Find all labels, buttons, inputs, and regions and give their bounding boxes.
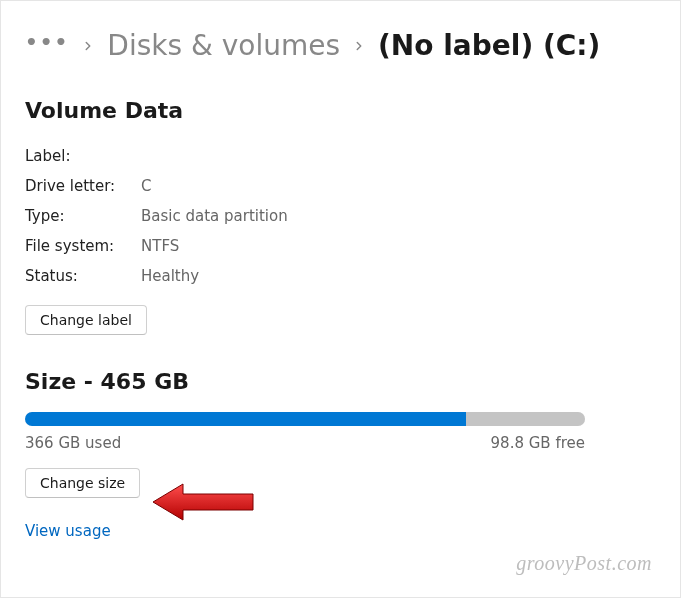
- breadcrumb-more-icon[interactable]: •••: [25, 32, 69, 60]
- storage-free-segment: [466, 412, 585, 426]
- view-usage-link[interactable]: View usage: [25, 522, 111, 540]
- volume-data-heading: Volume Data: [25, 98, 656, 123]
- drive-letter-key: Drive letter:: [25, 177, 141, 195]
- row-label: Label:: [25, 141, 656, 171]
- row-type: Type: Basic data partition: [25, 201, 656, 231]
- storage-used-segment: [25, 412, 466, 426]
- status-key: Status:: [25, 267, 141, 285]
- change-label-button[interactable]: Change label: [25, 305, 147, 335]
- storage-progress-bar: [25, 412, 585, 426]
- chevron-right-icon: [352, 39, 366, 53]
- storage-labels: 366 GB used 98.8 GB free: [25, 434, 585, 452]
- chevron-right-icon: [81, 39, 95, 53]
- row-drive-letter: Drive letter: C: [25, 171, 656, 201]
- watermark: groovyPost.com: [516, 552, 652, 575]
- status-value: Healthy: [141, 267, 199, 285]
- file-system-value: NTFS: [141, 237, 179, 255]
- breadcrumb-link-disks-volumes[interactable]: Disks & volumes: [107, 29, 340, 62]
- storage-used-label: 366 GB used: [25, 434, 121, 452]
- drive-letter-value: C: [141, 177, 151, 195]
- size-heading: Size - 465 GB: [25, 369, 656, 394]
- type-value: Basic data partition: [141, 207, 288, 225]
- change-size-button[interactable]: Change size: [25, 468, 140, 498]
- row-file-system: File system: NTFS: [25, 231, 656, 261]
- storage-free-label: 98.8 GB free: [491, 434, 585, 452]
- file-system-key: File system:: [25, 237, 141, 255]
- breadcrumb-current: (No label) (C:): [378, 29, 600, 62]
- type-key: Type:: [25, 207, 141, 225]
- label-key: Label:: [25, 147, 141, 165]
- volume-data-table: Label: Drive letter: C Type: Basic data …: [25, 141, 656, 291]
- row-status: Status: Healthy: [25, 261, 656, 291]
- breadcrumb: ••• Disks & volumes (No label) (C:): [25, 29, 656, 62]
